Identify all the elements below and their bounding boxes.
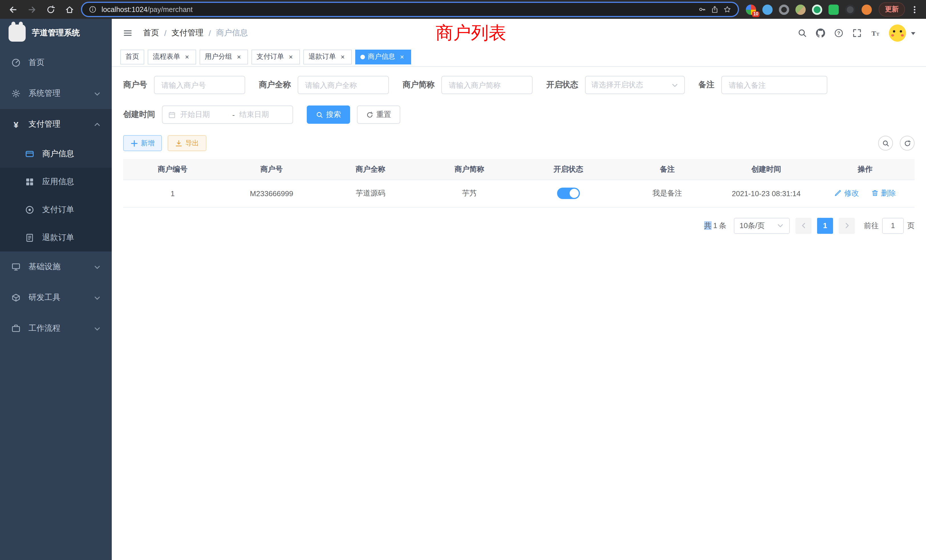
extension-green-ring-icon[interactable] <box>811 4 823 15</box>
reload-icon[interactable] <box>43 2 58 17</box>
briefcase-icon <box>11 324 21 333</box>
search-icon[interactable] <box>798 29 807 38</box>
full-name-input[interactable] <box>298 76 389 94</box>
profile-avatar[interactable] <box>861 4 872 15</box>
close-icon[interactable]: × <box>235 53 243 61</box>
extension-puzzle-icon[interactable] <box>844 4 856 15</box>
svg-text:T: T <box>876 32 879 36</box>
search-button[interactable]: 搜索 <box>307 106 350 124</box>
sidebar-item-payment[interactable]: ¥ 支付管理 <box>0 109 112 140</box>
url-bar[interactable]: localhost:1024/pay/merchant <box>81 2 739 17</box>
tab-user-group[interactable]: 用户分组 × <box>200 49 248 64</box>
next-page-button[interactable] <box>839 218 855 233</box>
extensions-area: 10 <box>743 4 875 15</box>
cell-create-time: 2021-10-23 08:31:14 <box>717 180 816 207</box>
extension-pinwheel-icon[interactable]: 10 <box>745 4 757 15</box>
short-name-input[interactable] <box>441 76 533 94</box>
status-select-placeholder: 请选择开启状态 <box>591 80 643 90</box>
col-create-time: 创建时间 <box>717 159 816 180</box>
tab-label: 退款订单 <box>309 52 336 62</box>
bookmark-star-icon[interactable] <box>723 6 731 13</box>
date-range-picker[interactable]: 开始日期 - 结束日期 <box>162 106 293 124</box>
sidebar-item-app-info[interactable]: 应用信息 <box>0 168 112 195</box>
col-full-name: 商户全称 <box>321 159 420 180</box>
refresh-table-button[interactable] <box>900 136 915 151</box>
close-icon[interactable]: × <box>183 53 191 61</box>
table-header-row: 商户编号 商户号 商户全称 商户简称 开启状态 备注 创建时间 操作 <box>123 159 915 180</box>
sidebar-item-label: 系统管理 <box>29 88 61 98</box>
tab-home[interactable]: 首页 <box>120 49 144 64</box>
sidebar-item-workflow[interactable]: 工作流程 <box>0 313 112 344</box>
page-size-select[interactable]: 10条/页 <box>734 218 790 233</box>
fullscreen-icon[interactable] <box>852 29 862 38</box>
search-button-label: 搜索 <box>326 109 341 120</box>
total-number: 1 <box>713 221 717 230</box>
document-icon <box>24 233 35 242</box>
remark-input[interactable] <box>721 76 828 94</box>
annotation-overlay: 商户列表 <box>436 21 506 45</box>
goto-label: 前往 <box>864 220 879 231</box>
help-icon[interactable]: ? <box>834 29 843 38</box>
browser-menu-icon[interactable] <box>909 5 920 14</box>
sidebar-item-merchant-info[interactable]: 商户信息 <box>0 140 112 168</box>
sidebar-item-dev-tools[interactable]: 研发工具 <box>0 282 112 313</box>
toggle-search-button[interactable] <box>878 136 893 151</box>
page-1-button[interactable]: 1 <box>817 218 833 233</box>
breadcrumb-home[interactable]: 首页 <box>143 28 159 38</box>
extension-dark-ring-icon[interactable] <box>778 4 790 15</box>
tab-merchant-info[interactable]: 商户信息 × <box>355 49 411 64</box>
tab-refund-order[interactable]: 退款订单 × <box>303 49 352 64</box>
edit-button[interactable]: 修改 <box>834 188 859 198</box>
merchant-no-input[interactable] <box>154 76 245 94</box>
back-icon[interactable] <box>6 2 21 17</box>
sidebar-item-home[interactable]: 首页 <box>0 47 112 78</box>
status-select[interactable]: 请选择开启状态 <box>585 76 685 94</box>
page-size-value: 10条/页 <box>740 220 765 231</box>
close-icon[interactable]: × <box>339 53 346 61</box>
date-start-placeholder: 开始日期 <box>180 109 228 120</box>
key-icon[interactable] <box>699 6 706 13</box>
user-avatar[interactable] <box>889 24 917 42</box>
status-toggle[interactable] <box>557 188 580 199</box>
svg-text:T: T <box>872 30 876 37</box>
add-button[interactable]: 新增 <box>123 135 162 151</box>
date-separator: - <box>232 110 235 119</box>
total-prefix: 共 <box>704 221 712 230</box>
tab-label: 用户分组 <box>205 52 232 62</box>
close-icon[interactable]: × <box>287 53 295 61</box>
extension-avatar-icon[interactable] <box>795 4 806 15</box>
hamburger-icon[interactable] <box>121 26 135 40</box>
breadcrumb-payment[interactable]: 支付管理 <box>172 28 204 38</box>
home-icon[interactable] <box>62 2 77 17</box>
tab-process-form[interactable]: 流程表单 × <box>148 49 196 64</box>
cell-remark: 我是备注 <box>618 180 717 207</box>
reset-button[interactable]: 重置 <box>357 106 400 124</box>
col-short-name: 商户简称 <box>420 159 519 180</box>
tab-pay-order[interactable]: 支付订单 × <box>251 49 300 64</box>
delete-button[interactable]: 删除 <box>871 188 896 198</box>
page-info-icon[interactable] <box>89 6 96 13</box>
cell-status <box>519 180 618 207</box>
filter-create-time: 创建时间 开始日期 - 结束日期 <box>123 106 293 124</box>
share-icon[interactable] <box>711 6 719 13</box>
prev-page-button[interactable] <box>796 218 811 233</box>
col-remark: 备注 <box>618 159 717 180</box>
sidebar-item-label: 应用信息 <box>42 177 74 187</box>
sidebar-item-refund-order[interactable]: 退款订单 <box>0 224 112 251</box>
update-button[interactable]: 更新 <box>879 2 905 17</box>
goto-page-input[interactable] <box>882 218 904 233</box>
sidebar-item-system[interactable]: 系统管理 <box>0 78 112 109</box>
export-button[interactable]: 导出 <box>168 135 206 151</box>
sidebar-item-infrastructure[interactable]: 基础设施 <box>0 251 112 282</box>
github-icon[interactable] <box>816 29 825 38</box>
extension-drop-icon[interactable] <box>762 4 773 15</box>
font-size-icon[interactable]: TT <box>871 29 880 38</box>
browser-chrome: localhost:1024/pay/merchant 10 <box>0 0 926 19</box>
app-logo[interactable]: 芋道管理系统 <box>0 19 112 47</box>
close-icon[interactable]: × <box>398 53 406 61</box>
sidebar-item-pay-order[interactable]: 支付订单 <box>0 195 112 224</box>
tab-label: 首页 <box>126 52 139 62</box>
extension-green-square-icon[interactable] <box>828 4 839 15</box>
forward-icon[interactable] <box>24 2 39 17</box>
extension-badge: 10 <box>752 11 760 17</box>
